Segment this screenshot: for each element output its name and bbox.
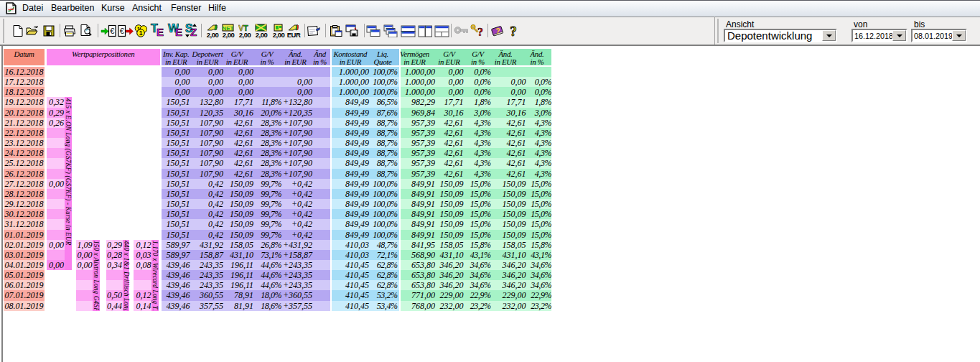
- svg-text:1: 1: [139, 29, 143, 37]
- svg-text:?: ?: [477, 26, 483, 37]
- svg-text:E: E: [175, 26, 182, 38]
- svg-text:€: €: [120, 27, 124, 35]
- svg-text:?: ?: [495, 27, 500, 35]
- svg-text:Z: Z: [190, 26, 197, 38]
- svg-text:?: ?: [510, 24, 517, 38]
- svg-text:E: E: [157, 26, 164, 38]
- svg-text:€: €: [110, 27, 114, 35]
